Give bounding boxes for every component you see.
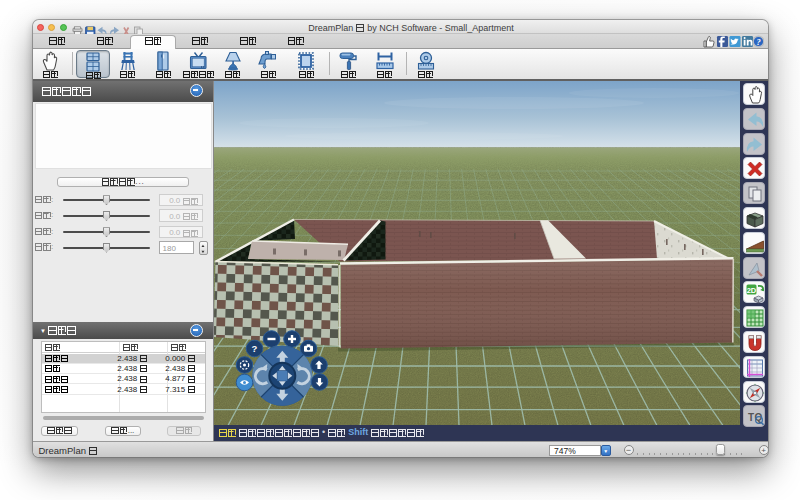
svg-text:T: T — [748, 412, 754, 423]
svg-text:?: ? — [252, 342, 258, 353]
svg-text:?: ? — [756, 37, 760, 47]
svg-text:2D: 2D — [747, 286, 757, 295]
